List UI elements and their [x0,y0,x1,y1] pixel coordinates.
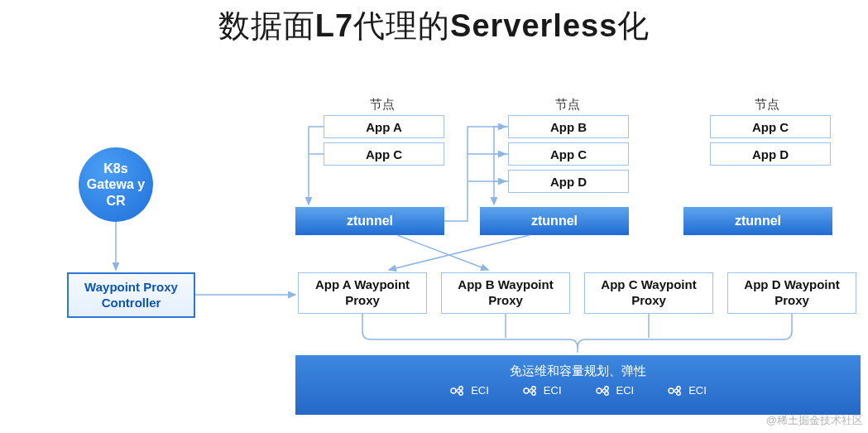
app-box: App B [508,115,629,138]
svg-point-15 [669,388,674,393]
diagram-title: 数据面L7代理的Serverless化 [0,5,868,47]
svg-point-11 [604,386,607,389]
app-box: App C [710,115,831,138]
ztunnel-box: ztunnel [480,207,629,235]
eci-label: ECI [688,384,707,397]
svg-point-6 [532,386,535,389]
svg-line-13 [602,388,605,391]
waypoint-proxy-box: App D Waypoint Proxy [727,272,856,314]
waypoint-proxy-box: App B Waypoint Proxy [441,272,570,314]
ztunnel-box: ztunnel [295,207,444,235]
cluster-icon [667,385,683,397]
svg-line-4 [456,391,459,393]
waypoint-proxy-box: App C Waypoint Proxy [584,272,713,314]
svg-line-18 [674,388,677,391]
app-box: App C [324,142,444,166]
serverless-platform-panel: 免运维和容量规划、弹性 ECI ECI ECI ECI [295,355,861,415]
cluster-icon [522,385,539,397]
svg-line-8 [529,388,532,391]
svg-line-14 [602,391,605,393]
svg-line-19 [674,391,677,393]
eci-row: ECI ECI ECI ECI [295,384,861,397]
svg-point-10 [597,388,602,393]
eci-label: ECI [544,384,562,397]
node-label-1: 节点 [341,97,424,113]
watermark: @稀土掘金技术社区 [766,413,863,428]
cluster-icon [449,385,466,397]
app-box: App D [508,170,629,193]
svg-line-3 [456,388,459,391]
svg-point-12 [604,391,607,394]
svg-line-9 [529,391,532,393]
ztunnel-box: ztunnel [683,207,832,235]
svg-point-16 [677,386,680,389]
waypoint-proxy-controller-box: Waypoint Proxy Controller [67,272,195,318]
svg-point-0 [451,388,456,393]
svg-point-1 [459,386,463,389]
svg-point-17 [677,391,680,394]
waypoint-proxy-box: App A Waypoint Proxy [298,272,427,314]
eci-label: ECI [616,384,635,397]
eci-item: ECI [449,384,489,397]
eci-item: ECI [522,384,562,397]
app-box: App C [508,142,629,166]
svg-point-5 [524,388,529,393]
eci-label: ECI [471,384,489,397]
svg-point-7 [532,391,535,394]
svg-point-2 [459,391,463,394]
cluster-icon [595,385,611,397]
bottom-text: 免运维和容量规划、弹性 [295,363,861,379]
eci-item: ECI [595,384,635,397]
eci-item: ECI [667,384,707,397]
node-label-3: 节点 [726,97,808,113]
app-box: App A [324,115,444,138]
app-box: App D [710,142,831,166]
node-label-2: 节点 [526,97,609,113]
k8s-gateway-cr-circle: K8s Gatewa y CR [79,147,153,222]
